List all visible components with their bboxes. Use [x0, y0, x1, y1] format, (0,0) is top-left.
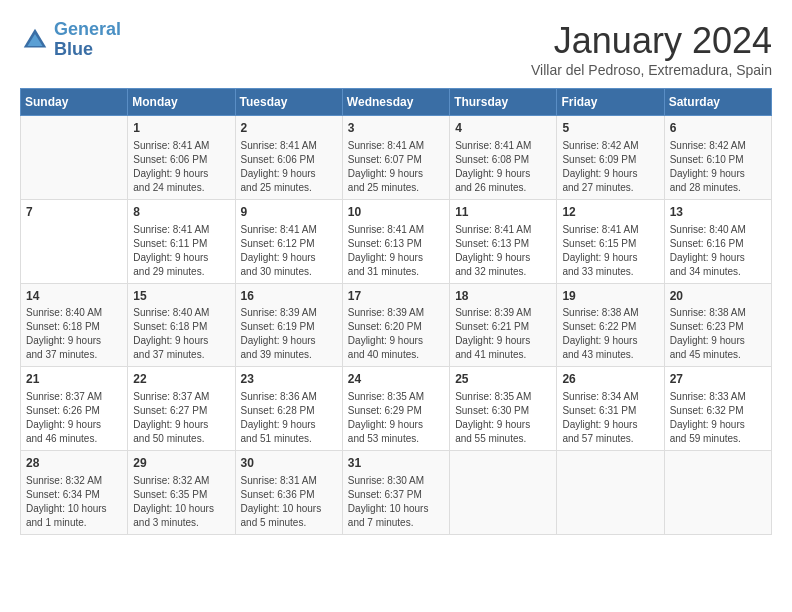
calendar-cell: 14Sunrise: 8:40 AM Sunset: 6:18 PM Dayli… — [21, 283, 128, 367]
day-info: Sunrise: 8:41 AM Sunset: 6:06 PM Dayligh… — [241, 139, 337, 195]
day-number: 1 — [133, 120, 229, 137]
day-info: Sunrise: 8:41 AM Sunset: 6:08 PM Dayligh… — [455, 139, 551, 195]
day-number: 6 — [670, 120, 766, 137]
day-info: Sunrise: 8:36 AM Sunset: 6:28 PM Dayligh… — [241, 390, 337, 446]
day-info: Sunrise: 8:34 AM Sunset: 6:31 PM Dayligh… — [562, 390, 658, 446]
logo: General Blue — [20, 20, 121, 60]
day-info: Sunrise: 8:41 AM Sunset: 6:15 PM Dayligh… — [562, 223, 658, 279]
header-row: Sunday Monday Tuesday Wednesday Thursday… — [21, 89, 772, 116]
calendar-cell: 28Sunrise: 8:32 AM Sunset: 6:34 PM Dayli… — [21, 451, 128, 535]
calendar-cell: 1Sunrise: 8:41 AM Sunset: 6:06 PM Daylig… — [128, 116, 235, 200]
calendar-cell: 30Sunrise: 8:31 AM Sunset: 6:36 PM Dayli… — [235, 451, 342, 535]
day-info: Sunrise: 8:42 AM Sunset: 6:09 PM Dayligh… — [562, 139, 658, 195]
day-number: 29 — [133, 455, 229, 472]
day-info: Sunrise: 8:32 AM Sunset: 6:35 PM Dayligh… — [133, 474, 229, 530]
calendar-cell: 2Sunrise: 8:41 AM Sunset: 6:06 PM Daylig… — [235, 116, 342, 200]
day-number: 18 — [455, 288, 551, 305]
day-info: Sunrise: 8:39 AM Sunset: 6:20 PM Dayligh… — [348, 306, 444, 362]
calendar-week-3: 14Sunrise: 8:40 AM Sunset: 6:18 PM Dayli… — [21, 283, 772, 367]
calendar-cell: 25Sunrise: 8:35 AM Sunset: 6:30 PM Dayli… — [450, 367, 557, 451]
day-number: 26 — [562, 371, 658, 388]
day-number: 14 — [26, 288, 122, 305]
col-saturday: Saturday — [664, 89, 771, 116]
calendar-cell: 31Sunrise: 8:30 AM Sunset: 6:37 PM Dayli… — [342, 451, 449, 535]
header: General Blue January 2024 Villar del Ped… — [20, 20, 772, 78]
day-info: Sunrise: 8:41 AM Sunset: 6:12 PM Dayligh… — [241, 223, 337, 279]
calendar-cell: 24Sunrise: 8:35 AM Sunset: 6:29 PM Dayli… — [342, 367, 449, 451]
calendar-cell: 26Sunrise: 8:34 AM Sunset: 6:31 PM Dayli… — [557, 367, 664, 451]
calendar-cell — [664, 451, 771, 535]
day-info: Sunrise: 8:37 AM Sunset: 6:27 PM Dayligh… — [133, 390, 229, 446]
calendar-cell: 10Sunrise: 8:41 AM Sunset: 6:13 PM Dayli… — [342, 199, 449, 283]
calendar-cell: 29Sunrise: 8:32 AM Sunset: 6:35 PM Dayli… — [128, 451, 235, 535]
day-number: 5 — [562, 120, 658, 137]
day-number: 9 — [241, 204, 337, 221]
day-number: 16 — [241, 288, 337, 305]
day-info: Sunrise: 8:39 AM Sunset: 6:19 PM Dayligh… — [241, 306, 337, 362]
day-info: Sunrise: 8:31 AM Sunset: 6:36 PM Dayligh… — [241, 474, 337, 530]
calendar-cell: 18Sunrise: 8:39 AM Sunset: 6:21 PM Dayli… — [450, 283, 557, 367]
logo-general: General — [54, 19, 121, 39]
logo-text: General Blue — [54, 20, 121, 60]
day-info: Sunrise: 8:40 AM Sunset: 6:18 PM Dayligh… — [26, 306, 122, 362]
day-number: 10 — [348, 204, 444, 221]
day-number: 8 — [133, 204, 229, 221]
day-number: 4 — [455, 120, 551, 137]
day-number: 11 — [455, 204, 551, 221]
day-number: 15 — [133, 288, 229, 305]
calendar-cell: 17Sunrise: 8:39 AM Sunset: 6:20 PM Dayli… — [342, 283, 449, 367]
calendar-cell: 12Sunrise: 8:41 AM Sunset: 6:15 PM Dayli… — [557, 199, 664, 283]
day-number: 3 — [348, 120, 444, 137]
calendar-cell: 22Sunrise: 8:37 AM Sunset: 6:27 PM Dayli… — [128, 367, 235, 451]
day-info: Sunrise: 8:30 AM Sunset: 6:37 PM Dayligh… — [348, 474, 444, 530]
calendar-cell: 27Sunrise: 8:33 AM Sunset: 6:32 PM Dayli… — [664, 367, 771, 451]
day-number: 24 — [348, 371, 444, 388]
calendar-cell — [21, 116, 128, 200]
logo-blue: Blue — [54, 39, 93, 59]
day-info: Sunrise: 8:40 AM Sunset: 6:18 PM Dayligh… — [133, 306, 229, 362]
day-info: Sunrise: 8:37 AM Sunset: 6:26 PM Dayligh… — [26, 390, 122, 446]
day-info: Sunrise: 8:41 AM Sunset: 6:13 PM Dayligh… — [348, 223, 444, 279]
calendar-cell: 6Sunrise: 8:42 AM Sunset: 6:10 PM Daylig… — [664, 116, 771, 200]
calendar-cell: 15Sunrise: 8:40 AM Sunset: 6:18 PM Dayli… — [128, 283, 235, 367]
day-info: Sunrise: 8:41 AM Sunset: 6:11 PM Dayligh… — [133, 223, 229, 279]
day-number: 21 — [26, 371, 122, 388]
day-info: Sunrise: 8:40 AM Sunset: 6:16 PM Dayligh… — [670, 223, 766, 279]
title-area: January 2024 Villar del Pedroso, Extrema… — [531, 20, 772, 78]
calendar-week-2: 78Sunrise: 8:41 AM Sunset: 6:11 PM Dayli… — [21, 199, 772, 283]
day-number: 23 — [241, 371, 337, 388]
calendar-cell: 13Sunrise: 8:40 AM Sunset: 6:16 PM Dayli… — [664, 199, 771, 283]
day-info: Sunrise: 8:38 AM Sunset: 6:22 PM Dayligh… — [562, 306, 658, 362]
day-number: 31 — [348, 455, 444, 472]
calendar-cell — [557, 451, 664, 535]
day-info: Sunrise: 8:41 AM Sunset: 6:07 PM Dayligh… — [348, 139, 444, 195]
day-number: 28 — [26, 455, 122, 472]
calendar-cell: 7 — [21, 199, 128, 283]
calendar-cell: 19Sunrise: 8:38 AM Sunset: 6:22 PM Dayli… — [557, 283, 664, 367]
calendar-cell: 8Sunrise: 8:41 AM Sunset: 6:11 PM Daylig… — [128, 199, 235, 283]
calendar-table: Sunday Monday Tuesday Wednesday Thursday… — [20, 88, 772, 535]
calendar-cell: 21Sunrise: 8:37 AM Sunset: 6:26 PM Dayli… — [21, 367, 128, 451]
day-number: 30 — [241, 455, 337, 472]
day-info: Sunrise: 8:41 AM Sunset: 6:13 PM Dayligh… — [455, 223, 551, 279]
day-info: Sunrise: 8:35 AM Sunset: 6:29 PM Dayligh… — [348, 390, 444, 446]
day-number: 17 — [348, 288, 444, 305]
col-sunday: Sunday — [21, 89, 128, 116]
col-thursday: Thursday — [450, 89, 557, 116]
day-info: Sunrise: 8:32 AM Sunset: 6:34 PM Dayligh… — [26, 474, 122, 530]
day-number: 13 — [670, 204, 766, 221]
calendar-cell: 11Sunrise: 8:41 AM Sunset: 6:13 PM Dayli… — [450, 199, 557, 283]
day-info: Sunrise: 8:35 AM Sunset: 6:30 PM Dayligh… — [455, 390, 551, 446]
calendar-cell: 20Sunrise: 8:38 AM Sunset: 6:23 PM Dayli… — [664, 283, 771, 367]
col-friday: Friday — [557, 89, 664, 116]
calendar-cell: 23Sunrise: 8:36 AM Sunset: 6:28 PM Dayli… — [235, 367, 342, 451]
calendar-cell: 5Sunrise: 8:42 AM Sunset: 6:09 PM Daylig… — [557, 116, 664, 200]
day-number: 7 — [26, 204, 122, 221]
col-tuesday: Tuesday — [235, 89, 342, 116]
calendar-week-4: 21Sunrise: 8:37 AM Sunset: 6:26 PM Dayli… — [21, 367, 772, 451]
calendar-week-5: 28Sunrise: 8:32 AM Sunset: 6:34 PM Dayli… — [21, 451, 772, 535]
day-number: 20 — [670, 288, 766, 305]
calendar-cell: 3Sunrise: 8:41 AM Sunset: 6:07 PM Daylig… — [342, 116, 449, 200]
calendar-week-1: 1Sunrise: 8:41 AM Sunset: 6:06 PM Daylig… — [21, 116, 772, 200]
day-info: Sunrise: 8:42 AM Sunset: 6:10 PM Dayligh… — [670, 139, 766, 195]
